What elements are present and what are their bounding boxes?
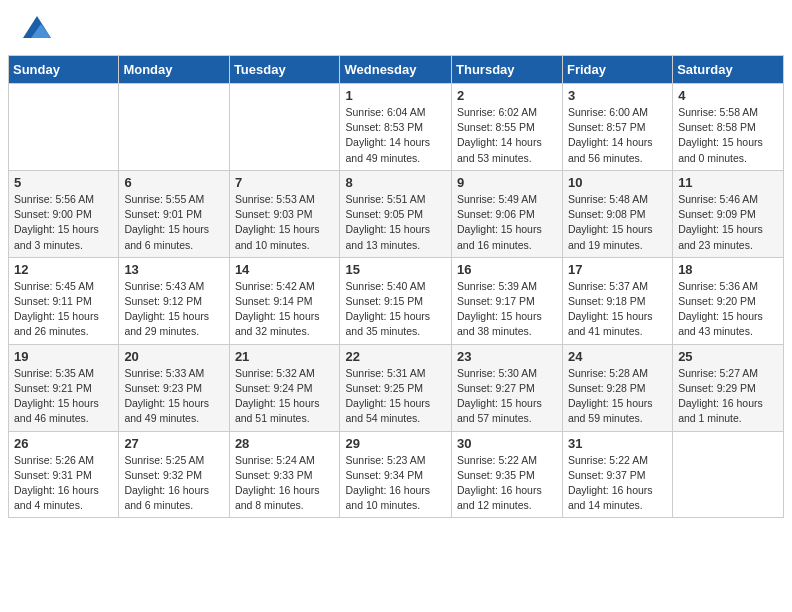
- day-info: Sunrise: 5:51 AM Sunset: 9:05 PM Dayligh…: [345, 192, 446, 253]
- calendar-cell: 31Sunrise: 5:22 AM Sunset: 9:37 PM Dayli…: [562, 431, 672, 518]
- calendar-cell: [673, 431, 784, 518]
- day-number: 12: [14, 262, 113, 277]
- day-number: 30: [457, 436, 557, 451]
- day-info: Sunrise: 5:37 AM Sunset: 9:18 PM Dayligh…: [568, 279, 667, 340]
- calendar-cell: 10Sunrise: 5:48 AM Sunset: 9:08 PM Dayli…: [562, 170, 672, 257]
- calendar-cell: 7Sunrise: 5:53 AM Sunset: 9:03 PM Daylig…: [229, 170, 340, 257]
- day-info: Sunrise: 5:55 AM Sunset: 9:01 PM Dayligh…: [124, 192, 223, 253]
- calendar-cell: 22Sunrise: 5:31 AM Sunset: 9:25 PM Dayli…: [340, 344, 452, 431]
- day-info: Sunrise: 5:22 AM Sunset: 9:37 PM Dayligh…: [568, 453, 667, 514]
- day-info: Sunrise: 5:31 AM Sunset: 9:25 PM Dayligh…: [345, 366, 446, 427]
- calendar-cell: 18Sunrise: 5:36 AM Sunset: 9:20 PM Dayli…: [673, 257, 784, 344]
- weekday-header-thursday: Thursday: [452, 56, 563, 84]
- calendar-cell: 2Sunrise: 6:02 AM Sunset: 8:55 PM Daylig…: [452, 84, 563, 171]
- calendar-cell: 24Sunrise: 5:28 AM Sunset: 9:28 PM Dayli…: [562, 344, 672, 431]
- calendar-cell: 21Sunrise: 5:32 AM Sunset: 9:24 PM Dayli…: [229, 344, 340, 431]
- calendar-cell: 28Sunrise: 5:24 AM Sunset: 9:33 PM Dayli…: [229, 431, 340, 518]
- day-info: Sunrise: 5:30 AM Sunset: 9:27 PM Dayligh…: [457, 366, 557, 427]
- day-number: 28: [235, 436, 335, 451]
- day-number: 20: [124, 349, 223, 364]
- page-header: [0, 0, 792, 55]
- day-number: 22: [345, 349, 446, 364]
- day-info: Sunrise: 6:00 AM Sunset: 8:57 PM Dayligh…: [568, 105, 667, 166]
- day-number: 3: [568, 88, 667, 103]
- day-info: Sunrise: 5:56 AM Sunset: 9:00 PM Dayligh…: [14, 192, 113, 253]
- day-info: Sunrise: 5:36 AM Sunset: 9:20 PM Dayligh…: [678, 279, 778, 340]
- calendar-cell: 29Sunrise: 5:23 AM Sunset: 9:34 PM Dayli…: [340, 431, 452, 518]
- day-info: Sunrise: 5:45 AM Sunset: 9:11 PM Dayligh…: [14, 279, 113, 340]
- day-info: Sunrise: 5:32 AM Sunset: 9:24 PM Dayligh…: [235, 366, 335, 427]
- calendar-week-2: 5Sunrise: 5:56 AM Sunset: 9:00 PM Daylig…: [9, 170, 784, 257]
- calendar-cell: 17Sunrise: 5:37 AM Sunset: 9:18 PM Dayli…: [562, 257, 672, 344]
- day-info: Sunrise: 5:58 AM Sunset: 8:58 PM Dayligh…: [678, 105, 778, 166]
- weekday-header-wednesday: Wednesday: [340, 56, 452, 84]
- calendar-week-1: 1Sunrise: 6:04 AM Sunset: 8:53 PM Daylig…: [9, 84, 784, 171]
- calendar-week-5: 26Sunrise: 5:26 AM Sunset: 9:31 PM Dayli…: [9, 431, 784, 518]
- day-info: Sunrise: 5:42 AM Sunset: 9:14 PM Dayligh…: [235, 279, 335, 340]
- calendar-cell: 1Sunrise: 6:04 AM Sunset: 8:53 PM Daylig…: [340, 84, 452, 171]
- calendar-cell: 26Sunrise: 5:26 AM Sunset: 9:31 PM Dayli…: [9, 431, 119, 518]
- day-info: Sunrise: 5:46 AM Sunset: 9:09 PM Dayligh…: [678, 192, 778, 253]
- day-info: Sunrise: 5:53 AM Sunset: 9:03 PM Dayligh…: [235, 192, 335, 253]
- calendar-cell: 23Sunrise: 5:30 AM Sunset: 9:27 PM Dayli…: [452, 344, 563, 431]
- calendar-cell: 8Sunrise: 5:51 AM Sunset: 9:05 PM Daylig…: [340, 170, 452, 257]
- calendar-cell: 19Sunrise: 5:35 AM Sunset: 9:21 PM Dayli…: [9, 344, 119, 431]
- day-info: Sunrise: 5:27 AM Sunset: 9:29 PM Dayligh…: [678, 366, 778, 427]
- day-number: 24: [568, 349, 667, 364]
- day-info: Sunrise: 5:49 AM Sunset: 9:06 PM Dayligh…: [457, 192, 557, 253]
- weekday-header-saturday: Saturday: [673, 56, 784, 84]
- day-number: 14: [235, 262, 335, 277]
- day-info: Sunrise: 6:04 AM Sunset: 8:53 PM Dayligh…: [345, 105, 446, 166]
- day-info: Sunrise: 5:28 AM Sunset: 9:28 PM Dayligh…: [568, 366, 667, 427]
- day-number: 1: [345, 88, 446, 103]
- day-info: Sunrise: 5:26 AM Sunset: 9:31 PM Dayligh…: [14, 453, 113, 514]
- day-number: 5: [14, 175, 113, 190]
- day-info: Sunrise: 5:24 AM Sunset: 9:33 PM Dayligh…: [235, 453, 335, 514]
- day-number: 6: [124, 175, 223, 190]
- logo: [20, 18, 51, 45]
- calendar-cell: 20Sunrise: 5:33 AM Sunset: 9:23 PM Dayli…: [119, 344, 229, 431]
- day-number: 4: [678, 88, 778, 103]
- calendar-cell: 30Sunrise: 5:22 AM Sunset: 9:35 PM Dayli…: [452, 431, 563, 518]
- day-number: 25: [678, 349, 778, 364]
- day-info: Sunrise: 5:39 AM Sunset: 9:17 PM Dayligh…: [457, 279, 557, 340]
- day-number: 31: [568, 436, 667, 451]
- weekday-header-monday: Monday: [119, 56, 229, 84]
- calendar-cell: 11Sunrise: 5:46 AM Sunset: 9:09 PM Dayli…: [673, 170, 784, 257]
- weekday-header-tuesday: Tuesday: [229, 56, 340, 84]
- day-number: 15: [345, 262, 446, 277]
- calendar-body: 1Sunrise: 6:04 AM Sunset: 8:53 PM Daylig…: [9, 84, 784, 518]
- calendar-cell: 4Sunrise: 5:58 AM Sunset: 8:58 PM Daylig…: [673, 84, 784, 171]
- calendar-cell: 3Sunrise: 6:00 AM Sunset: 8:57 PM Daylig…: [562, 84, 672, 171]
- day-info: Sunrise: 5:23 AM Sunset: 9:34 PM Dayligh…: [345, 453, 446, 514]
- calendar-cell: 5Sunrise: 5:56 AM Sunset: 9:00 PM Daylig…: [9, 170, 119, 257]
- day-number: 27: [124, 436, 223, 451]
- day-number: 11: [678, 175, 778, 190]
- calendar-cell: 25Sunrise: 5:27 AM Sunset: 9:29 PM Dayli…: [673, 344, 784, 431]
- calendar-cell: 27Sunrise: 5:25 AM Sunset: 9:32 PM Dayli…: [119, 431, 229, 518]
- calendar-cell: [9, 84, 119, 171]
- calendar-table: SundayMondayTuesdayWednesdayThursdayFrid…: [8, 55, 784, 518]
- calendar-header-row: SundayMondayTuesdayWednesdayThursdayFrid…: [9, 56, 784, 84]
- day-number: 8: [345, 175, 446, 190]
- day-info: Sunrise: 5:25 AM Sunset: 9:32 PM Dayligh…: [124, 453, 223, 514]
- weekday-header-sunday: Sunday: [9, 56, 119, 84]
- day-info: Sunrise: 5:43 AM Sunset: 9:12 PM Dayligh…: [124, 279, 223, 340]
- logo-text: [20, 18, 51, 45]
- calendar-cell: [229, 84, 340, 171]
- calendar-cell: 12Sunrise: 5:45 AM Sunset: 9:11 PM Dayli…: [9, 257, 119, 344]
- calendar-cell: 15Sunrise: 5:40 AM Sunset: 9:15 PM Dayli…: [340, 257, 452, 344]
- day-number: 16: [457, 262, 557, 277]
- day-number: 10: [568, 175, 667, 190]
- day-number: 23: [457, 349, 557, 364]
- calendar-week-3: 12Sunrise: 5:45 AM Sunset: 9:11 PM Dayli…: [9, 257, 784, 344]
- calendar-cell: 9Sunrise: 5:49 AM Sunset: 9:06 PM Daylig…: [452, 170, 563, 257]
- day-number: 13: [124, 262, 223, 277]
- day-info: Sunrise: 5:48 AM Sunset: 9:08 PM Dayligh…: [568, 192, 667, 253]
- day-number: 19: [14, 349, 113, 364]
- day-number: 7: [235, 175, 335, 190]
- day-number: 2: [457, 88, 557, 103]
- day-info: Sunrise: 5:40 AM Sunset: 9:15 PM Dayligh…: [345, 279, 446, 340]
- day-number: 9: [457, 175, 557, 190]
- calendar-cell: [119, 84, 229, 171]
